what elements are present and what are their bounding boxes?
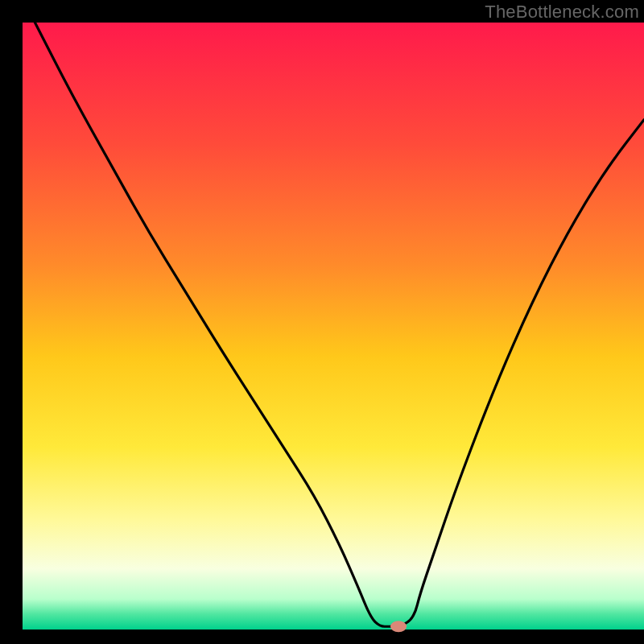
bottleneck-chart (0, 0, 644, 644)
plot-background (23, 23, 644, 630)
chart-container: TheBottleneck.com (0, 0, 644, 644)
watermark-text: TheBottleneck.com (485, 2, 639, 23)
minimum-marker (390, 621, 407, 632)
